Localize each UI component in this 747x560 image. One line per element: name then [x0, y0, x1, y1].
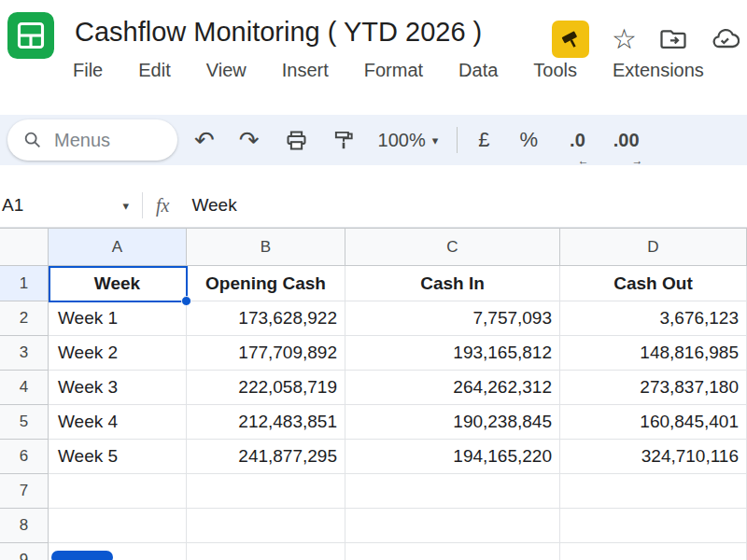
- chevron-down-icon: ▾: [432, 133, 439, 147]
- star-favorite-icon[interactable]: ☆: [612, 25, 637, 53]
- cell-C2[interactable]: 7,757,093: [345, 301, 560, 336]
- cell-C5[interactable]: 190,238,845: [345, 405, 560, 440]
- formula-bar-divider: [142, 192, 143, 218]
- column-header-C[interactable]: C: [345, 228, 560, 266]
- increase-decimal-icon[interactable]: .00 →: [613, 121, 640, 159]
- print-icon[interactable]: [284, 121, 309, 159]
- currency-format-icon[interactable]: £: [478, 121, 489, 159]
- cell-B3[interactable]: 177,709,892: [187, 336, 345, 371]
- row-header-2[interactable]: 2: [0, 301, 49, 336]
- column-header-B[interactable]: B: [187, 228, 345, 266]
- row-header-7[interactable]: 7: [0, 474, 49, 509]
- menu-extensions[interactable]: Extensions: [613, 60, 704, 81]
- menu-tools[interactable]: Tools: [533, 60, 577, 81]
- row-header-1[interactable]: 1: [0, 266, 49, 301]
- cell-C1[interactable]: Cash In: [345, 266, 560, 301]
- cell-C7[interactable]: [345, 474, 560, 509]
- select-all-corner[interactable]: [0, 228, 49, 266]
- spreadsheet-grid: A B C D 1 Week Opening Cash Cash In Cash…: [0, 228, 747, 560]
- toolbar: Menus ↶ ↷ 100% ▾ £ % .0 ←: [0, 115, 747, 165]
- name-box-chevron-icon[interactable]: ▾: [122, 199, 129, 213]
- cloud-status-icon[interactable]: [710, 24, 740, 54]
- highlighted-cursor-icon[interactable]: [552, 21, 589, 58]
- redo-icon[interactable]: ↷: [239, 121, 260, 159]
- menu-data[interactable]: Data: [458, 60, 498, 81]
- cell-A2[interactable]: Week 1: [49, 301, 187, 336]
- cell-B5[interactable]: 212,483,851: [187, 405, 345, 440]
- cell-D5[interactable]: 160,845,401: [560, 405, 747, 440]
- menu-edit[interactable]: Edit: [138, 60, 170, 81]
- cell-B4[interactable]: 222,058,719: [187, 371, 345, 405]
- formula-bar: A1 ▾ fx Week: [0, 184, 747, 228]
- cell-reference: A1: [2, 195, 23, 216]
- cell-D3[interactable]: 148,816,985: [560, 336, 747, 371]
- cell-B8[interactable]: [187, 509, 345, 543]
- zoom-value: 100%: [378, 130, 426, 151]
- cell-A5[interactable]: Week 4: [49, 405, 187, 440]
- zoom-selector[interactable]: 100% ▾: [378, 130, 439, 151]
- cell-B1[interactable]: Opening Cash: [187, 266, 345, 301]
- row-header-9[interactable]: 9: [0, 543, 49, 560]
- cell-D6[interactable]: 324,710,116: [560, 440, 747, 474]
- cell-D4[interactable]: 273,837,180: [560, 371, 747, 405]
- cell-D2[interactable]: 3,676,123: [560, 301, 747, 336]
- paint-format-icon[interactable]: [331, 121, 356, 159]
- row-header-4[interactable]: 4: [0, 371, 49, 405]
- document-title[interactable]: Cashflow Monitoring ( YTD 2026 ): [75, 17, 482, 48]
- menu-format[interactable]: Format: [364, 60, 423, 81]
- bottom-scrollbar[interactable]: [51, 551, 113, 560]
- cell-A7[interactable]: [49, 474, 187, 509]
- fx-icon: fx: [156, 195, 169, 217]
- cell-C4[interactable]: 264,262,312: [345, 371, 560, 405]
- menu-insert[interactable]: Insert: [282, 60, 329, 81]
- cell-B2[interactable]: 173,628,922: [187, 301, 345, 336]
- cell-A6[interactable]: Week 5: [49, 440, 187, 474]
- cell-D9[interactable]: [560, 543, 747, 560]
- name-box[interactable]: A1 ▾: [0, 195, 133, 216]
- row-header-3[interactable]: 3: [0, 336, 49, 371]
- cell-D7[interactable]: [560, 474, 747, 509]
- cell-C6[interactable]: 194,165,220: [345, 440, 560, 474]
- formula-input[interactable]: Week: [191, 195, 236, 216]
- column-header-A[interactable]: A: [49, 228, 187, 266]
- move-folder-icon[interactable]: [659, 25, 687, 53]
- decrease-decimal-icon[interactable]: .0 ←: [570, 121, 585, 159]
- toolbar-divider: [457, 127, 458, 153]
- percent-format-icon[interactable]: %: [520, 121, 539, 159]
- cell-D1[interactable]: Cash Out: [560, 266, 747, 301]
- row-header-5[interactable]: 5: [0, 405, 49, 440]
- cell-C8[interactable]: [345, 509, 560, 543]
- menus-search-button[interactable]: Menus: [7, 119, 177, 161]
- row-header-6[interactable]: 6: [0, 440, 49, 474]
- menu-file[interactable]: File: [73, 60, 103, 81]
- sheets-logo-icon[interactable]: [7, 12, 54, 59]
- cell-A3[interactable]: Week 2: [49, 336, 187, 371]
- undo-icon[interactable]: ↶: [194, 121, 215, 159]
- cell-B7[interactable]: [187, 474, 345, 509]
- menu-view[interactable]: View: [206, 60, 247, 81]
- cell-C9[interactable]: [345, 543, 560, 560]
- cell-A4[interactable]: Week 3: [49, 371, 187, 405]
- column-header-D[interactable]: D: [560, 228, 747, 266]
- search-icon: [22, 130, 43, 150]
- menus-label: Menus: [54, 130, 110, 151]
- cell-C3[interactable]: 193,165,812: [345, 336, 560, 371]
- cell-A1[interactable]: Week: [49, 266, 187, 301]
- cell-B9[interactable]: [187, 543, 345, 560]
- cell-D8[interactable]: [560, 509, 747, 543]
- sheets-app-window: Cashflow Monitoring ( YTD 2026 ) ☆: [0, 0, 747, 560]
- cell-B6[interactable]: 241,877,295: [187, 440, 345, 474]
- row-header-8[interactable]: 8: [0, 509, 49, 543]
- menu-bar: File Edit View Insert Format Data Tools …: [73, 60, 704, 81]
- cell-A8[interactable]: [49, 509, 187, 543]
